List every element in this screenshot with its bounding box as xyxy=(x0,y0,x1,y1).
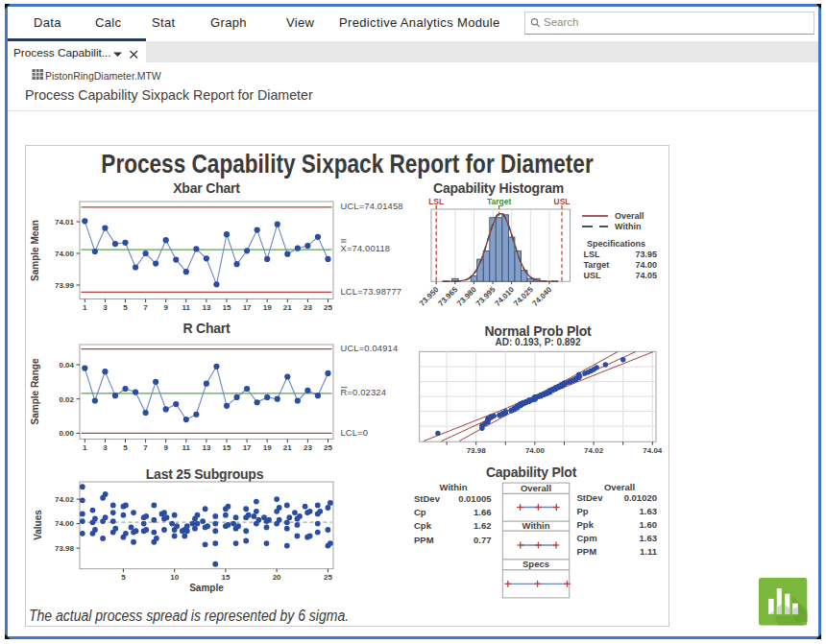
svg-text:StDev: StDev xyxy=(577,492,604,503)
svg-text:19: 19 xyxy=(263,443,272,452)
svg-text:3: 3 xyxy=(103,303,108,312)
svg-text:Ppk: Ppk xyxy=(577,519,595,530)
svg-text:74.00: 74.00 xyxy=(55,519,75,528)
svg-text:1: 1 xyxy=(83,443,87,452)
svg-text:17: 17 xyxy=(243,443,252,452)
svg-text:1.66: 1.66 xyxy=(474,507,492,517)
svg-text:1.62: 1.62 xyxy=(474,520,492,531)
svg-text:Cp: Cp xyxy=(414,507,426,517)
svg-text:15: 15 xyxy=(223,303,231,312)
svg-text:USL: USL xyxy=(584,271,602,280)
svg-text:Sample: Sample xyxy=(189,583,224,593)
svg-text:11: 11 xyxy=(182,443,191,452)
svg-text:Sample Range: Sample Range xyxy=(30,358,40,424)
svg-text:0.01020: 0.01020 xyxy=(624,492,657,503)
svg-text:PPM: PPM xyxy=(414,535,434,545)
svg-text:5: 5 xyxy=(123,443,128,452)
svg-text:Overall: Overall xyxy=(615,211,644,221)
svg-text:9: 9 xyxy=(163,303,168,312)
svg-text:Values: Values xyxy=(33,510,43,540)
svg-text:73.980: 73.980 xyxy=(455,285,478,308)
svg-text:1.63: 1.63 xyxy=(640,533,658,543)
svg-text:R Chart: R Chart xyxy=(182,321,231,336)
svg-text:Within: Within xyxy=(522,520,550,531)
svg-text:5: 5 xyxy=(121,573,126,582)
svg-text:UCL=74.01458: UCL=74.01458 xyxy=(341,202,403,211)
svg-text:Overall: Overall xyxy=(604,482,635,492)
svg-text:Last 25 Subgroups: Last 25 Subgroups xyxy=(146,466,264,482)
svg-text:15: 15 xyxy=(221,573,230,582)
svg-text:0.00: 0.00 xyxy=(59,429,74,438)
svg-text:19: 19 xyxy=(263,303,272,312)
svg-text:13: 13 xyxy=(202,303,210,312)
svg-text:R=0.02324: R=0.02324 xyxy=(341,388,387,397)
svg-text:3: 3 xyxy=(103,443,108,452)
svg-text:5: 5 xyxy=(123,303,128,312)
svg-text:0.04: 0.04 xyxy=(59,361,74,370)
svg-text:Overall: Overall xyxy=(521,483,551,493)
svg-text:74.00: 74.00 xyxy=(635,260,657,270)
svg-text:21: 21 xyxy=(283,303,292,312)
svg-text:Capability Histogram: Capability Histogram xyxy=(433,180,564,196)
svg-text:7: 7 xyxy=(143,443,148,452)
svg-text:7: 7 xyxy=(143,303,148,312)
svg-text:StDev: StDev xyxy=(414,493,441,504)
svg-text:74.010: 74.010 xyxy=(493,285,516,308)
svg-text:73.99: 73.99 xyxy=(55,281,75,290)
svg-text:Within: Within xyxy=(440,482,468,492)
svg-text:LCL=73.98777: LCL=73.98777 xyxy=(341,287,402,297)
svg-text:1.60: 1.60 xyxy=(640,519,658,530)
svg-text:74.00: 74.00 xyxy=(525,446,546,455)
svg-text:AD: 0.193, P: 0.892: AD: 0.193, P: 0.892 xyxy=(496,337,581,347)
svg-text:73.965: 73.965 xyxy=(437,285,460,308)
svg-text:Specifications: Specifications xyxy=(587,239,645,249)
svg-text:73.98: 73.98 xyxy=(55,544,75,553)
svg-text:PPM: PPM xyxy=(577,546,597,557)
svg-text:74.025: 74.025 xyxy=(512,285,535,308)
svg-text:15: 15 xyxy=(223,443,231,452)
svg-text:Target: Target xyxy=(487,197,512,206)
svg-text:73.950: 73.950 xyxy=(418,285,441,308)
svg-text:Cpk: Cpk xyxy=(414,520,432,531)
svg-text:0.02: 0.02 xyxy=(59,395,74,404)
svg-text:73.995: 73.995 xyxy=(474,285,498,308)
svg-text:74.05: 74.05 xyxy=(635,271,657,280)
svg-text:Within: Within xyxy=(615,222,641,231)
svg-text:UCL=0.04914: UCL=0.04914 xyxy=(341,344,399,353)
svg-text:17: 17 xyxy=(243,303,252,312)
svg-text:23: 23 xyxy=(304,303,312,312)
svg-text:74.02: 74.02 xyxy=(584,446,604,455)
svg-text:13: 13 xyxy=(202,443,210,452)
svg-text:Capability Plot: Capability Plot xyxy=(486,465,577,480)
svg-text:Sample Mean: Sample Mean xyxy=(30,220,40,281)
svg-text:73.98: 73.98 xyxy=(467,446,487,455)
svg-text:23: 23 xyxy=(304,443,312,452)
svg-text:25: 25 xyxy=(324,573,332,582)
svg-text:25: 25 xyxy=(324,443,332,452)
svg-text:1.11: 1.11 xyxy=(640,546,658,557)
svg-text:X=74.00118: X=74.00118 xyxy=(341,244,391,253)
svg-text:25: 25 xyxy=(324,303,332,312)
svg-text:0.77: 0.77 xyxy=(474,535,492,545)
svg-text:11: 11 xyxy=(182,303,191,312)
svg-text:74.04: 74.04 xyxy=(643,446,663,455)
svg-text:LCL=0: LCL=0 xyxy=(341,428,369,438)
svg-text:Cpm: Cpm xyxy=(577,533,597,543)
svg-text:0.01005: 0.01005 xyxy=(458,493,492,504)
svg-text:74.02: 74.02 xyxy=(55,495,75,504)
svg-text:73.95: 73.95 xyxy=(635,250,657,259)
svg-text:LSL: LSL xyxy=(428,197,444,206)
svg-text:21: 21 xyxy=(283,443,292,452)
svg-text:Specs: Specs xyxy=(522,559,549,569)
svg-text:LSL: LSL xyxy=(584,250,601,259)
svg-text:9: 9 xyxy=(163,443,168,452)
svg-text:1.63: 1.63 xyxy=(640,506,658,516)
svg-text:20: 20 xyxy=(273,573,281,582)
svg-text:USL: USL xyxy=(554,197,571,206)
svg-text:Pp: Pp xyxy=(577,506,589,516)
svg-text:Target: Target xyxy=(584,260,610,270)
svg-text:74.00: 74.00 xyxy=(55,250,75,258)
svg-text:74.040: 74.040 xyxy=(531,285,554,308)
svg-text:1: 1 xyxy=(83,303,87,312)
svg-text:74.01: 74.01 xyxy=(55,218,75,227)
